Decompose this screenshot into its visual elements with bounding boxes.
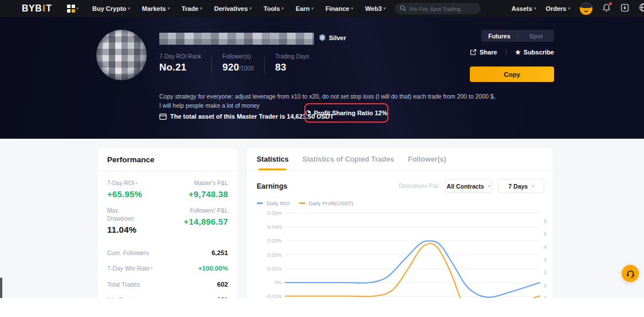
- share-button[interactable]: Share: [470, 49, 497, 56]
- tab-followers[interactable]: Follower(s): [408, 155, 446, 170]
- nav-item-orders[interactable]: Orders▾: [545, 5, 570, 12]
- copy-button[interactable]: Copy: [470, 66, 554, 82]
- row-cum-followers: Cum. Followers 6,251: [107, 245, 228, 261]
- tab-spot[interactable]: Spot: [518, 33, 554, 40]
- chevron-down-icon: ▾: [250, 6, 252, 11]
- logo-accent: I: [42, 3, 45, 14]
- stat-max-drawdown: Max. Drawdown 11.04%: [107, 207, 147, 234]
- scrollbar-fragment[interactable]: [0, 277, 2, 298]
- nav-item-markets[interactable]: Markets▾: [142, 5, 170, 12]
- legend-daily-roi: Daily ROI: [257, 200, 290, 206]
- tier-badge-label: Silver: [329, 34, 346, 41]
- headset-icon: [626, 269, 635, 279]
- notification-dot: [609, 2, 612, 5]
- logo-text-2: T: [46, 3, 52, 14]
- bybit-logo[interactable]: BYBIT: [22, 3, 52, 14]
- svg-text:3: 3: [544, 257, 547, 263]
- star-icon: ★: [515, 49, 521, 56]
- divider: [506, 49, 506, 56]
- chart-legend: Daily ROI Daily Profit(USDT): [246, 193, 553, 206]
- contracts-dropdown[interactable]: All Contracts▾: [445, 179, 492, 193]
- divider: [97, 171, 238, 171]
- logo-text: BYB: [22, 3, 42, 14]
- search-icon: [400, 5, 406, 11]
- roi-line-swatch: [257, 202, 263, 204]
- chevron-down-icon: ▾: [351, 6, 354, 11]
- earnings-header: Earnings Derivatives Pair All Contracts▾…: [246, 171, 553, 193]
- nav-item-tools[interactable]: Tools▾: [264, 5, 284, 12]
- stat-7day-roi: 7-Day ROI▾ +65.95%: [107, 179, 142, 199]
- nav-item-finance[interactable]: Finance▾: [325, 5, 353, 12]
- download-icon: [621, 3, 629, 12]
- search-input[interactable]: [395, 3, 481, 14]
- trader-stats: 7-Day ROI Rank No.21 Follower(s) 920/100…: [159, 53, 309, 74]
- trader-name-blurred: [159, 33, 314, 45]
- search-bar[interactable]: [395, 3, 481, 15]
- period-dropdown[interactable]: 7 Days▾: [498, 179, 544, 193]
- chevron-down-icon: ▾: [534, 6, 536, 11]
- stat-masters-pnl: Master's P&L +9,748.38: [189, 179, 228, 199]
- nav-item-derivatives[interactable]: Derivatives▾: [214, 5, 252, 12]
- user-avatar[interactable]: [580, 2, 592, 15]
- earnings-chart[interactable]: 0.05%0.04%0.03%0.02%0.01%0%-0.01%6543210: [246, 208, 553, 298]
- share-subscribe-row: Share ★ Subscribe: [470, 49, 554, 56]
- share-icon: [470, 49, 477, 56]
- chevron-down-icon: ▾: [383, 6, 386, 11]
- language-button[interactable]: [639, 3, 644, 14]
- performance-rows: Cum. Followers 6,251 7-Day Win Rate▾ +10…: [107, 245, 228, 298]
- chart-filters: Derivatives Pair All Contracts▾ 7 Days▾: [399, 179, 544, 193]
- tab-statistics-of-copied-trades[interactable]: Statistics of Copied Trades: [303, 155, 394, 170]
- row-total-trades: Total Trades 602: [107, 276, 228, 292]
- followers-capacity: /1000: [239, 65, 254, 72]
- chevron-down-icon: ▾: [282, 6, 284, 11]
- nav-item-web3[interactable]: Web3▾: [365, 5, 386, 12]
- performance-card: Performance 7-Day ROI▾ +65.95% Master's …: [97, 148, 238, 298]
- svg-text:0.01%: 0.01%: [267, 266, 282, 272]
- tab-statistics[interactable]: Statistics: [257, 155, 289, 170]
- nav-item-trade[interactable]: Trade▾: [182, 5, 202, 12]
- products-menu-button[interactable]: ▾: [52, 5, 79, 13]
- caret-down-icon: ▾: [151, 266, 153, 271]
- wallet-icon: [159, 114, 167, 120]
- globe-icon: [639, 3, 644, 12]
- main-menu: Buy Crypto▾ Markets▾ Trade▾ Derivatives▾…: [92, 5, 386, 12]
- performance-grid-row-1: 7-Day ROI▾ +65.95% Master's P&L +9,748.3…: [107, 179, 228, 199]
- row-win-rate: 7-Day Win Rate▾ +100.00%: [107, 261, 228, 277]
- subscribe-button[interactable]: ★ Subscribe: [515, 49, 554, 56]
- nav-item-buy-crypto[interactable]: Buy Crypto▾: [92, 5, 130, 12]
- market-mode-toggle: Futures Spot: [481, 30, 554, 42]
- profit-sharing-label: Profit Sharing Ratio 12%: [314, 109, 387, 116]
- pie-chart-icon: [305, 109, 311, 116]
- chevron-down-icon: ▾: [77, 6, 79, 11]
- earnings-title: Earnings: [257, 182, 288, 190]
- svg-text:1: 1: [544, 283, 547, 288]
- row-win-trades: Win Trades 601: [107, 292, 228, 299]
- divider: [264, 57, 265, 74]
- statistics-tabs: Statistics Statistics of Copied Trades F…: [246, 148, 553, 170]
- notifications-button[interactable]: [602, 3, 611, 14]
- nav-item-assets[interactable]: Assets▾: [512, 5, 536, 12]
- download-app-button[interactable]: [621, 3, 629, 14]
- caret-down-icon: ▾: [532, 184, 534, 189]
- svg-text:4: 4: [544, 244, 547, 250]
- svg-text:0.04%: 0.04%: [267, 224, 282, 230]
- profit-sharing-annotation-box: Profit Sharing Ratio 12%: [304, 103, 388, 123]
- chevron-down-icon: ▾: [167, 6, 170, 11]
- nav-item-earn[interactable]: Earn▾: [296, 5, 313, 12]
- performance-title: Performance: [107, 155, 228, 164]
- svg-text:0%: 0%: [274, 280, 282, 285]
- tab-futures[interactable]: Futures: [481, 33, 517, 40]
- earnings-line-chart: 0.05%0.04%0.03%0.02%0.01%0%-0.01%6543210: [246, 208, 553, 298]
- caret-down-icon: ▾: [135, 179, 138, 187]
- stat-roi-rank: 7-Day ROI Rank No.21: [159, 53, 201, 73]
- svg-text:0.02%: 0.02%: [267, 252, 282, 258]
- svg-text:0.03%: 0.03%: [267, 238, 282, 244]
- customer-support-button[interactable]: [622, 265, 639, 282]
- chevron-down-icon: ▾: [568, 6, 570, 11]
- legend-daily-profit: Daily Profit(USDT): [299, 200, 354, 206]
- chevron-down-icon: ▾: [128, 6, 130, 11]
- performance-grid-row-2: Max. Drawdown 11.04% Followers' P&L +14,…: [107, 207, 228, 234]
- silver-diamond-icon: [319, 34, 326, 41]
- chevron-down-icon: ▾: [312, 6, 314, 11]
- trader-profile-banner: Silver 7-Day ROI Rank No.21 Follower(s) …: [0, 17, 644, 139]
